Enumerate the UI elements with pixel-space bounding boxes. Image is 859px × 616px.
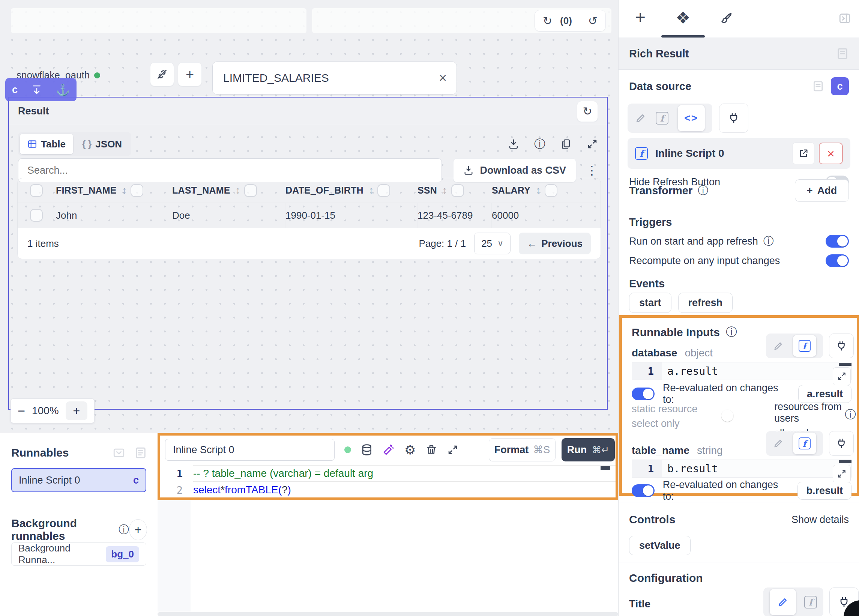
zoom-in-button[interactable]: + — [66, 402, 87, 420]
clear-input-icon[interactable]: × — [439, 71, 447, 85]
static-mode-pencil-icon[interactable] — [770, 589, 796, 615]
select-all-checkbox[interactable] — [30, 184, 43, 197]
runnable-mode-icon[interactable]: f — [656, 112, 668, 125]
remove-script-button[interactable]: × — [819, 142, 843, 164]
format-button[interactable]: Format ⌘S — [489, 438, 556, 461]
doc-icon[interactable] — [812, 80, 824, 92]
eval-mode-icon[interactable]: f — [793, 335, 816, 357]
open-script-button[interactable] — [793, 142, 814, 164]
expand-editor-icon[interactable] — [447, 444, 458, 455]
data-source-script-row[interactable]: f Inline Script 0 × — [628, 138, 850, 169]
reeval-target-chip[interactable]: b.result — [798, 482, 851, 500]
background-runnable-item[interactable]: Background Runna... bg_0 — [11, 543, 146, 566]
column-header[interactable]: DATE_OF_BIRTH — [286, 185, 364, 196]
tab-table[interactable]: Table — [20, 134, 73, 154]
fullscreen-icon[interactable] — [587, 138, 598, 150]
static-mode-pencil-icon[interactable] — [773, 341, 784, 351]
column-header[interactable]: SALARY — [492, 185, 530, 196]
rich-result-component[interactable]: Result ↻ Table { } JSON — [8, 97, 608, 410]
code-editor-body[interactable] — [158, 500, 618, 616]
anchor-icon[interactable]: ⚓ — [56, 83, 70, 96]
database-expr-editor[interactable]: 1 a.result — [632, 362, 851, 380]
runnable-item-inline-script-0[interactable]: Inline Script 0 c — [11, 468, 146, 492]
eval-mode-icon[interactable]: f — [804, 596, 817, 608]
tab-styling-icon[interactable] — [719, 11, 733, 25]
refresh-icon[interactable]: ↻ — [543, 14, 552, 27]
table-row[interactable]: John Doe 1990-01-15 123-45-6789 60000 — [18, 203, 601, 228]
script-name-field[interactable] — [165, 439, 334, 461]
sort-icon[interactable]: ↕ — [442, 184, 448, 196]
script-name-input[interactable] — [172, 444, 328, 456]
info-icon[interactable]: ⓘ — [845, 407, 856, 422]
delete-script-icon[interactable] — [425, 444, 437, 456]
table-select-field[interactable]: × — [212, 61, 457, 95]
info-icon[interactable]: ⓘ — [119, 522, 129, 537]
docs-icon[interactable] — [134, 446, 147, 459]
info-icon[interactable]: ⓘ — [726, 325, 737, 340]
static-mode-pencil-icon[interactable] — [773, 438, 784, 449]
column-toggle[interactable] — [451, 184, 464, 197]
reeval-target-chip[interactable]: a.result — [798, 385, 851, 403]
move-down-icon[interactable] — [31, 84, 42, 95]
search-input[interactable] — [27, 164, 433, 177]
kebab-menu-icon[interactable]: ⋮ — [586, 163, 598, 177]
editor-scrollbar-thumb[interactable] — [601, 466, 610, 470]
result-refresh-button[interactable]: ↻ — [577, 101, 598, 122]
sort-icon[interactable]: ↕ — [536, 184, 541, 196]
database-icon[interactable] — [361, 444, 373, 456]
connect-input-plug-button[interactable] — [829, 431, 854, 456]
tab-json[interactable]: { } JSON — [75, 134, 130, 154]
copy-result-icon[interactable] — [561, 138, 572, 150]
add-button[interactable]: + — [178, 62, 202, 86]
sort-icon[interactable]: ↕ — [369, 184, 374, 196]
page-size-select[interactable]: 25 ∨ — [474, 233, 511, 254]
column-header[interactable]: FIRST_NAME — [56, 185, 117, 196]
doc-icon[interactable] — [836, 47, 849, 60]
event-chip-start[interactable]: start — [629, 292, 672, 313]
reeval-toggle[interactable] — [632, 484, 654, 497]
connect-input-plug-button[interactable] — [719, 103, 748, 133]
code-line-1[interactable]: 1 -- ? table_name (varchar) = default ar… — [160, 465, 615, 482]
control-chip-setvalue[interactable]: setValue — [629, 536, 690, 555]
collapse-runnables-icon[interactable] — [112, 446, 125, 459]
sort-icon[interactable]: ↕ — [236, 184, 241, 196]
history-icon[interactable]: ↺ — [588, 14, 598, 27]
static-mode-pencil-icon[interactable] — [635, 113, 646, 124]
collapse-panel-icon[interactable] — [839, 12, 851, 25]
code-mode-icon[interactable]: <> — [678, 105, 705, 131]
code-area[interactable]: 1 -- ? table_name (varchar) = default ar… — [160, 465, 615, 498]
settings-gear-icon[interactable]: ⚙ — [405, 442, 415, 457]
horizontal-scrollbar[interactable] — [158, 612, 618, 616]
add-background-runnable-button[interactable]: + — [129, 519, 147, 540]
column-toggle[interactable] — [545, 184, 558, 197]
zoom-out-button[interactable]: − — [18, 404, 25, 418]
run-button[interactable]: Run ⌘↵ — [562, 438, 615, 461]
code-line-2[interactable]: 2 select * from TABLE(?) — [160, 482, 615, 498]
table-name-expr-editor[interactable]: 1 b.result — [632, 460, 851, 478]
ai-assistant-icon[interactable] — [383, 444, 395, 456]
table-select-input[interactable] — [222, 71, 425, 85]
show-details-link[interactable]: Show details — [792, 514, 849, 525]
previous-page-button[interactable]: ← Previous — [519, 233, 591, 254]
column-header[interactable]: SSN — [417, 185, 437, 196]
info-icon[interactable]: ⓘ — [698, 183, 708, 198]
app-canvas[interactable]: ↻ (0) ↺ snowflake_oauth c ⚓ + — [0, 0, 618, 433]
run-on-start-toggle[interactable] — [826, 235, 849, 248]
reeval-toggle[interactable] — [632, 388, 654, 400]
eval-mode-icon[interactable]: f — [793, 433, 816, 454]
row-checkbox[interactable] — [30, 209, 43, 222]
info-icon[interactable]: ⓘ — [763, 234, 774, 249]
empty-component-placeholder[interactable] — [11, 8, 306, 33]
recompute-toggle[interactable] — [826, 254, 849, 267]
column-toggle[interactable] — [244, 184, 257, 197]
tab-component-settings-icon[interactable]: ❖ — [676, 10, 690, 26]
column-toggle[interactable] — [131, 184, 143, 197]
unlink-button[interactable] — [150, 62, 174, 86]
info-icon[interactable]: ⓘ — [534, 136, 545, 152]
event-chip-refresh[interactable]: refresh — [678, 292, 733, 313]
tab-insert-component-icon[interactable]: + — [635, 8, 645, 26]
sort-icon[interactable]: ↕ — [122, 184, 127, 196]
column-toggle[interactable] — [377, 184, 390, 197]
column-header[interactable]: LAST_NAME — [172, 185, 230, 196]
download-icon[interactable] — [508, 138, 519, 150]
